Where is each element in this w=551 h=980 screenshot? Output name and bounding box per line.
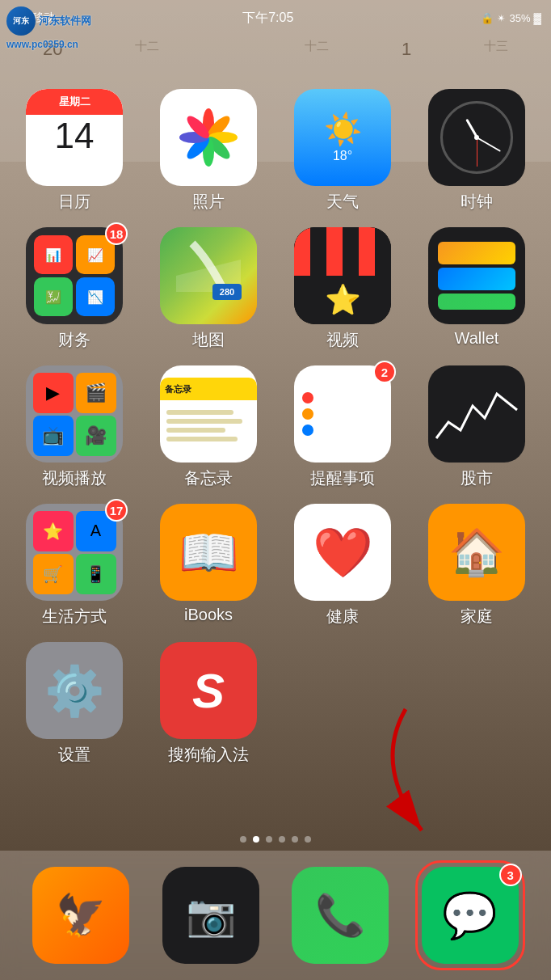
- clock-label: 时钟: [461, 191, 493, 213]
- status-right: 🔒 ✴ 35% ▓: [481, 12, 541, 24]
- calendar-label: 日历: [58, 191, 90, 213]
- app-lifestyle[interactable]: ⭐ A 🛒 📱 17 生活方式: [11, 504, 137, 627]
- app-photos[interactable]: 照片: [145, 89, 271, 213]
- folder-video-label: 视频播放: [42, 467, 107, 489]
- clock-minute-hand: [477, 137, 501, 152]
- uc-icon: 🦅: [32, 867, 129, 964]
- health-label: 健康: [326, 606, 359, 627]
- calendar-bg-numbers: 20十二 十二1 十三: [0, 36, 551, 63]
- page-dot-1: [240, 836, 246, 843]
- app-folder-video[interactable]: ▶ 🎬 📺 🎥 视频播放: [11, 365, 137, 489]
- ibooks-label: iBooks: [184, 606, 233, 624]
- page-dot-4: [279, 836, 285, 843]
- ibooks-icon: 📖: [160, 504, 257, 601]
- settings-label: 设置: [58, 744, 90, 766]
- dock-phone[interactable]: 📞: [292, 867, 389, 964]
- page-dot-5: [292, 836, 298, 843]
- app-settings[interactable]: ⚙️ 设置: [11, 642, 137, 766]
- stocks-icon: [428, 365, 525, 463]
- status-time: 下午7:05: [242, 10, 293, 27]
- carrier-label: 中国移动: [10, 11, 55, 25]
- notes-label: 备忘录: [184, 467, 233, 489]
- app-ibooks[interactable]: 📖 iBooks: [145, 504, 271, 627]
- maps-label: 地图: [192, 329, 225, 351]
- app-health[interactable]: ❤️ 健康: [280, 504, 406, 627]
- weather-icon: ☀️ 18°: [294, 89, 391, 186]
- reminders-label: 提醒事项: [310, 467, 375, 489]
- status-left: 中国移动: [10, 11, 55, 25]
- photos-icon: [160, 89, 257, 186]
- dock-uc[interactable]: 🦅: [32, 867, 129, 964]
- page-dots: [240, 836, 311, 843]
- page-dot-3: [266, 836, 272, 843]
- app-wallet[interactable]: Wallet: [414, 227, 540, 351]
- health-icon: ❤️: [294, 504, 391, 601]
- app-weather[interactable]: ☀️ 18° 天气: [280, 89, 406, 213]
- page-dot-2: [253, 836, 259, 843]
- finance-badge: 18: [105, 222, 128, 245]
- clock-icon: [428, 89, 525, 186]
- app-reminders[interactable]: 2 提醒事项: [280, 365, 406, 489]
- app-video[interactable]: ⭐ 视频: [280, 227, 406, 351]
- lifestyle-label: 生活方式: [42, 606, 107, 627]
- video-label: 视频: [326, 329, 359, 351]
- video-icon: ⭐: [294, 227, 391, 324]
- dock-wechat[interactable]: 💬 3: [422, 867, 519, 964]
- phone-icon: 📞: [292, 867, 389, 964]
- app-sogou[interactable]: S 搜狗输入法: [145, 642, 271, 766]
- home-label: 家庭: [461, 606, 493, 627]
- page-dot-6: [305, 836, 311, 843]
- bluetooth-icon: ✴: [497, 12, 506, 24]
- calendar-icon: 星期二 14: [26, 89, 123, 186]
- finance-label: 财务: [58, 329, 90, 351]
- svg-text:280: 280: [220, 287, 234, 297]
- app-notes[interactable]: 备忘录 备忘录: [145, 365, 271, 489]
- clock-second-hand: [477, 137, 477, 167]
- clock-center-dot: [474, 135, 479, 140]
- wallet-icon: [428, 227, 525, 324]
- home-icon: 🏠: [428, 504, 525, 601]
- wallet-label: Wallet: [455, 329, 499, 348]
- notes-icon: 备忘录: [160, 365, 257, 463]
- app-finance[interactable]: 📊 📈 💹 📉 18 财务: [11, 227, 137, 351]
- folder-video-icon: ▶ 🎬 📺 🎥: [26, 365, 123, 463]
- sogou-label: 搜狗输入法: [168, 744, 249, 766]
- settings-icon: ⚙️: [26, 642, 123, 739]
- maps-icon: 280: [160, 227, 257, 324]
- app-clock[interactable]: 时钟: [414, 89, 540, 213]
- camera-icon: 📷: [162, 867, 259, 964]
- app-calendar[interactable]: 星期二 14 日历: [11, 89, 137, 213]
- sogou-icon: S: [160, 642, 257, 739]
- app-maps[interactable]: 280 地图: [145, 227, 271, 351]
- app-stocks[interactable]: 股市: [414, 365, 540, 489]
- lock-icon: 🔒: [481, 12, 494, 24]
- app-grid: 星期二 14 日历: [0, 89, 551, 766]
- weather-label: 天气: [326, 191, 359, 213]
- lifestyle-badge: 17: [105, 499, 128, 522]
- app-home[interactable]: 🏠 家庭: [414, 504, 540, 627]
- battery-label: 35%: [509, 12, 530, 24]
- status-bar: 中国移动 下午7:05 🔒 ✴ 35% ▓: [0, 0, 551, 36]
- photos-label: 照片: [192, 191, 225, 213]
- battery-icon: ▓: [534, 12, 541, 24]
- dock: 🦅 📷 📞 💬 3: [0, 851, 551, 980]
- stocks-label: 股市: [461, 467, 493, 489]
- wechat-badge: 3: [499, 864, 522, 886]
- dock-camera[interactable]: 📷: [162, 867, 259, 964]
- reminders-badge: 2: [373, 361, 396, 383]
